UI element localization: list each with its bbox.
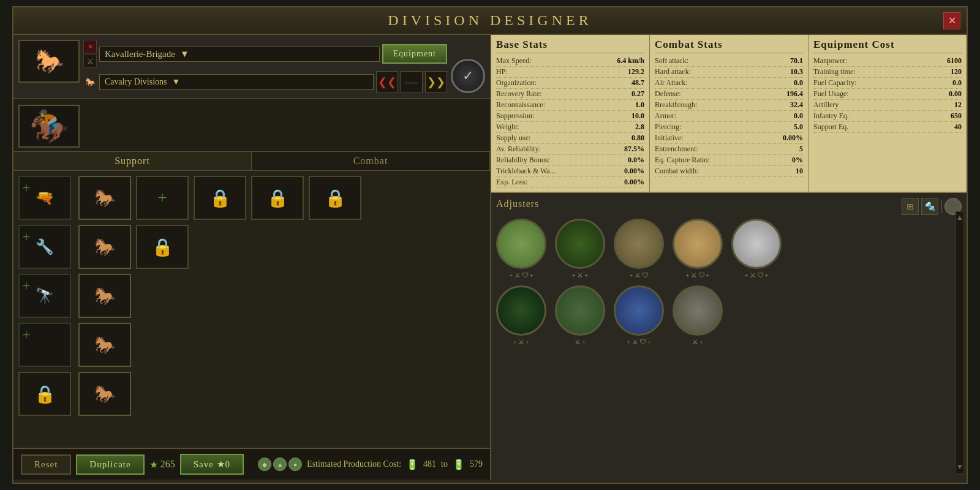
combat-slot-1-3-locked[interactable]: 🔒 bbox=[194, 176, 246, 220]
unit-portrait[interactable]: 🏇 bbox=[18, 105, 80, 148]
unit-icon-box[interactable]: 🐎 bbox=[18, 40, 80, 83]
stat-value-support-eq: 40 bbox=[954, 123, 962, 132]
close-button[interactable]: ✕ bbox=[943, 12, 960, 29]
stat-fuel-cap: Fuel Capacity: 0.0 bbox=[813, 78, 962, 89]
stat-exp-loss: Exp. Loss: 0.00% bbox=[496, 177, 644, 188]
adjuster-desert[interactable]: + ⚔ 🛡 + bbox=[673, 219, 723, 279]
content-area: 🐎 ✕ ⚔ Kavallerie-Brigade ▼ Equipment bbox=[13, 35, 967, 480]
adj-river-plus: + bbox=[627, 338, 630, 346]
support-slot-engineer[interactable]: + 🔧 bbox=[18, 225, 71, 269]
combat-slot-1-1[interactable]: 🐎 bbox=[78, 176, 131, 220]
stat-fuel-usage: Fuel Usage: 0.00 bbox=[813, 89, 962, 100]
rank-minus-button[interactable]: — bbox=[401, 71, 423, 93]
support-slot-5-locked[interactable]: 🔒 bbox=[18, 372, 71, 416]
stat-label-exp-loss: Exp. Loss: bbox=[496, 178, 527, 187]
adjuster-scrollbar[interactable]: ▲ ▼ bbox=[956, 211, 964, 473]
stat-label-entrenchment: Entrenchment: bbox=[655, 145, 698, 154]
scroll-up-icon: ▲ bbox=[956, 213, 963, 222]
adjuster-desert-circle bbox=[673, 219, 723, 269]
xp-display: ★ 265 bbox=[149, 459, 175, 470]
combat-stats-header: Combat Stats bbox=[655, 39, 803, 53]
delete-sub-button[interactable]: ⚔ bbox=[83, 55, 97, 68]
stat-value-breakthrough: 32.4 bbox=[790, 100, 803, 110]
stat-label-fuel-usage: Fuel Usage: bbox=[813, 89, 849, 99]
stat-value-supply: 0.80 bbox=[631, 134, 644, 143]
combat-slot-4-1[interactable]: 🐎 bbox=[78, 323, 131, 367]
adjuster-urban-circle bbox=[673, 285, 723, 336]
adjuster-jungle[interactable]: + ⚔ + bbox=[496, 285, 546, 346]
support-column: + 🔫 + 🔧 + 🔭 + 🔒 bbox=[18, 176, 74, 443]
stat-suppression: Suppression: 10.0 bbox=[496, 111, 644, 122]
stat-label-supply: Supply use: bbox=[496, 134, 530, 143]
rank-minus-icon: — bbox=[405, 75, 418, 89]
stat-label-piercing: Piercing: bbox=[655, 123, 681, 132]
combat-slot-1-4-locked[interactable]: 🔒 bbox=[251, 176, 304, 220]
tab-combat[interactable]: Combat bbox=[252, 152, 490, 170]
combat-row-3: 🐎 bbox=[78, 274, 485, 318]
adjuster-plains[interactable]: + ⚔ 🛡 + bbox=[496, 219, 546, 279]
stat-rel-bonus: Reliability Bonus: 0.0% bbox=[496, 155, 644, 166]
support-slot-4[interactable]: + bbox=[18, 323, 71, 367]
rank-up-icon: ❯❯ bbox=[427, 75, 445, 89]
adj-marsh-sword: ⚔ bbox=[575, 338, 581, 346]
stat-value-combat-width: 10 bbox=[796, 167, 803, 176]
adjuster-jungle-icons: + ⚔ + bbox=[513, 338, 529, 346]
adjuster-forest[interactable]: + ⚔ + bbox=[555, 219, 605, 279]
filter-grid-button[interactable]: ⊞ bbox=[902, 198, 919, 215]
save-button[interactable]: Save ★0 bbox=[180, 454, 244, 475]
stat-label-manpower: Manpower: bbox=[813, 56, 847, 66]
rank-down-button[interactable]: ❮❮ bbox=[376, 71, 398, 93]
stat-value-exp-loss: 0.00% bbox=[624, 178, 644, 187]
stat-label-infantry-eq: Infantry Eq. bbox=[813, 111, 849, 121]
division-name-input[interactable]: Cavalry Divisions ▼ bbox=[99, 74, 374, 90]
unit-name-input[interactable]: Kavallerie-Brigade ▼ bbox=[99, 47, 380, 62]
combat-slot-2-1[interactable]: 🐎 bbox=[78, 225, 131, 269]
engineer-icon: 🔧 bbox=[36, 238, 54, 255]
confirm-button[interactable]: ✓ bbox=[451, 59, 485, 93]
bottom-bar: Reset Duplicate ★ 265 Save ★0 ◆ ▲ ● Esti… bbox=[13, 448, 490, 480]
reset-button[interactable]: Reset bbox=[21, 454, 71, 475]
adj-jungle-plus2: + bbox=[526, 338, 529, 346]
combat-grid: 🐎 + 🔒 🔒 🔒 bbox=[78, 176, 485, 443]
stat-value-initiative: 0.00% bbox=[783, 134, 803, 143]
delete-unit-button[interactable]: ✕ bbox=[83, 40, 97, 53]
adj-snow-shield: 🛡 bbox=[757, 271, 764, 279]
duplicate-button[interactable]: Duplicate bbox=[76, 454, 144, 475]
title-bar: Division Designer ✕ bbox=[13, 7, 967, 35]
adjuster-urban[interactable]: ⚔ + bbox=[673, 285, 723, 346]
combat-slot-3-1[interactable]: 🐎 bbox=[78, 274, 131, 318]
adjuster-hills[interactable]: + ⚔ 🛡 bbox=[614, 219, 664, 279]
adjuster-snow[interactable]: + ⚔ 🛡 + bbox=[731, 219, 782, 279]
stat-value-org: 48.7 bbox=[631, 78, 644, 88]
unit-name-dropdown-arrow: ▼ bbox=[180, 49, 189, 59]
rank-up-button[interactable]: ❯❯ bbox=[425, 71, 447, 93]
combat-slot-1-5-locked[interactable]: 🔒 bbox=[309, 176, 361, 220]
filter-tank-button[interactable]: 🔩 bbox=[921, 198, 938, 215]
adjuster-river[interactable]: + ⚔ 🛡 + bbox=[614, 285, 664, 346]
filter-search-bar[interactable] bbox=[941, 200, 942, 213]
combat-slot-1-2[interactable]: + bbox=[136, 176, 189, 220]
combat-row-1: 🐎 + 🔒 🔒 🔒 bbox=[78, 176, 485, 220]
bottom-right: ◆ ▲ ● Estimated Production Cost: 🔋 481 t… bbox=[258, 458, 483, 471]
stat-initiative: Initiative: 0.00% bbox=[655, 133, 803, 144]
horse-slot-icon-5: 🐎 bbox=[94, 384, 116, 404]
combat-slot-2-2-locked[interactable]: 🔒 bbox=[136, 225, 189, 269]
stat-label-air: Air Attack: bbox=[655, 78, 688, 88]
stat-label-reliability: Av. Reliability: bbox=[496, 145, 541, 154]
adj-snow-plus: + bbox=[744, 271, 748, 279]
top-controls: 🐎 ✕ ⚔ Kavallerie-Brigade ▼ Equipment bbox=[13, 35, 490, 99]
equipment-button[interactable]: Equipment bbox=[382, 44, 447, 64]
stat-manpower: Manpower: 6100 bbox=[813, 56, 962, 67]
tab-support[interactable]: Support bbox=[13, 152, 252, 170]
xp-value: 265 bbox=[160, 459, 175, 470]
adj-desert-plus2: + bbox=[706, 271, 710, 279]
stat-value-weight: 2.8 bbox=[635, 123, 644, 132]
support-slot-artillery[interactable]: + 🔫 bbox=[18, 176, 71, 220]
cost-max: 579 bbox=[470, 459, 483, 469]
stat-trickleback: Trickleback & Wa... 0.00% bbox=[496, 166, 644, 177]
stat-value-rel-bonus: 0.0% bbox=[628, 156, 644, 165]
support-slot-recon[interactable]: + 🔭 bbox=[18, 274, 71, 318]
combat-slot-5-1[interactable]: 🐎 bbox=[78, 372, 131, 416]
stat-label-recovery: Recovery Rate: bbox=[496, 89, 541, 99]
adjuster-marsh[interactable]: ⚔ + bbox=[555, 285, 605, 346]
